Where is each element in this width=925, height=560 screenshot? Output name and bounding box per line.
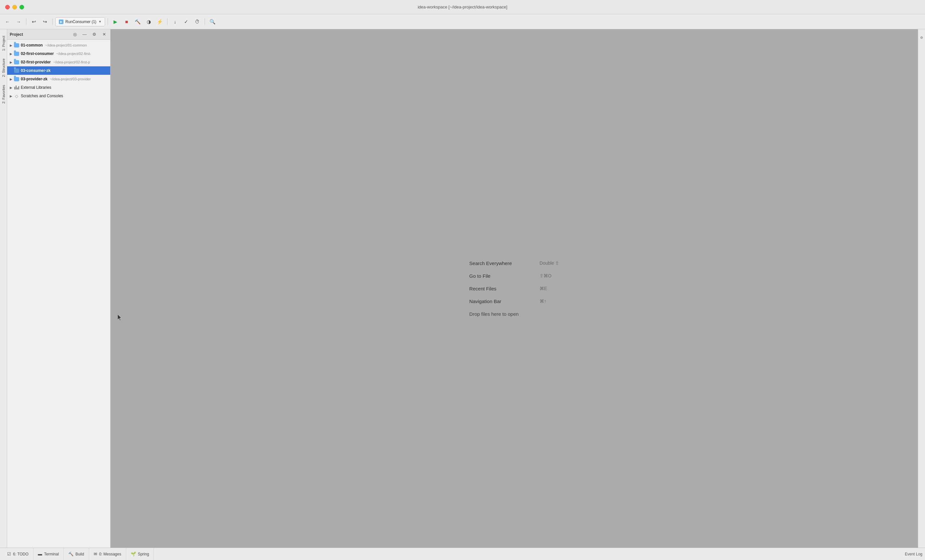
libraries-icon [14, 84, 20, 90]
hint-shortcut-nav-bar: ⌘↑ [539, 298, 547, 304]
tree-label-external-libraries: External Libraries [21, 85, 109, 90]
build-button[interactable]: 🔨 [133, 17, 142, 26]
left-sidebar: 1: Project 2: Structure 2: Favorites [0, 29, 7, 548]
hint-label-nav-bar: Navigation Bar [469, 298, 534, 304]
welcome-hints: Search Everywhere Double ⇧ Go to File ⇧⌘… [469, 260, 559, 317]
redo-button[interactable]: ↪ [40, 17, 50, 26]
hint-row-goto-file: Go to File ⇧⌘O [469, 273, 551, 279]
folder-icon-01-common [14, 42, 20, 48]
hint-label-recent-files: Recent Files [469, 286, 534, 291]
folder-icon-03-provider-zk [14, 76, 20, 82]
toolbar-separator-5 [205, 18, 205, 25]
traffic-lights [5, 5, 24, 9]
hide-panel-button[interactable]: ✕ [101, 31, 108, 38]
todo-label: 6: TODO [13, 552, 29, 556]
toolbar-separator-4 [167, 18, 167, 25]
sidebar-right-tab[interactable]: ⚙ [919, 32, 925, 43]
stop-button[interactable]: ■ [122, 17, 131, 26]
right-sidebar: ⚙ [918, 29, 925, 548]
hint-row-search: Search Everywhere Double ⇧ [469, 260, 559, 266]
folder-icon-03-consumer-zk [14, 68, 20, 74]
tree-label-03-provider-zk: 03-provider-zk ~/idea-project/03-provide… [21, 77, 109, 81]
hint-label-goto-file: Go to File [469, 273, 534, 279]
bottom-tab-build[interactable]: 🔨 Build [64, 548, 89, 560]
vcs-commit-button[interactable]: ✓ [181, 17, 191, 26]
project-panel-title: Project [10, 32, 69, 37]
tree-arrow-02-first-consumer: ▶ [9, 51, 14, 56]
tree-item-02-first-provider[interactable]: ▶ 02-first-provider ~/idea-project/02-fi… [7, 58, 110, 66]
build-label: Build [75, 552, 84, 556]
hint-shortcut-goto-file: ⇧⌘O [539, 273, 551, 278]
bottom-tab-messages[interactable]: ✉ 0: Messages [89, 548, 126, 560]
tree-arrow-03-consumer-zk [9, 68, 14, 73]
hint-shortcut-recent-files: ⌘E [539, 286, 547, 291]
toolbar-separator-1 [26, 18, 26, 25]
project-panel: Project ◎ — ⚙ ✕ ▶ 01-common ~/idea-proje… [7, 29, 111, 548]
hint-row-recent-files: Recent Files ⌘E [469, 286, 547, 291]
collapse-all-button[interactable]: — [81, 31, 88, 38]
bottom-right: Event Log [905, 552, 922, 556]
bottom-tab-terminal[interactable]: ▬ Terminal [33, 548, 64, 560]
tree-arrow-02-first-provider: ▶ [9, 60, 14, 65]
sidebar-item-structure[interactable]: 2: Structure [0, 55, 7, 81]
scratch-icon: ◇ [14, 93, 20, 99]
tree-item-external-libraries[interactable]: ▶ External Libraries [7, 83, 110, 92]
window-title: idea-workspace [~/idea-project/idea-work… [417, 5, 508, 9]
sidebar-item-favorites[interactable]: 2: Favorites [0, 81, 7, 107]
run-button[interactable]: ▶ [111, 17, 121, 26]
run-config-selector[interactable]: ▶ RunConsumer (1) ▼ [55, 17, 105, 26]
todo-icon: ☑ [7, 551, 11, 556]
bottom-tab-todo[interactable]: ☑ 6: TODO [3, 548, 33, 560]
tree-item-03-consumer-zk[interactable]: 03-consumer-zk [7, 66, 110, 75]
profile-button[interactable]: ⚡ [155, 17, 164, 26]
messages-icon: ✉ [94, 551, 97, 556]
coverage-button[interactable]: ◑ [144, 17, 154, 26]
tree-item-02-first-consumer[interactable]: ▶ 02-first-consumer ~/idea-project/02-fi… [7, 50, 110, 58]
tree-label-03-consumer-zk: 03-consumer-zk [21, 68, 109, 73]
minimize-button[interactable] [12, 5, 17, 9]
folder-icon-02-first-provider [14, 59, 20, 65]
tree-item-01-common[interactable]: ▶ 01-common ~/idea-project/01-common [7, 41, 110, 50]
tree-arrow-03-provider-zk: ▶ [9, 77, 14, 81]
close-button[interactable] [5, 5, 10, 9]
tree-item-scratches-and-consoles[interactable]: ▶ ◇ Scratches and Consoles [7, 92, 110, 100]
hint-label-search: Search Everywhere [469, 260, 534, 266]
hint-row-nav-bar: Navigation Bar ⌘↑ [469, 298, 547, 304]
terminal-icon: ▬ [38, 551, 42, 556]
folder-icon-02-first-consumer [14, 51, 20, 57]
bottom-bar: ☑ 6: TODO ▬ Terminal 🔨 Build ✉ 0: Messag… [0, 548, 925, 560]
settings-button[interactable]: ⚙ [91, 31, 98, 38]
toolbar-separator-3 [108, 18, 108, 25]
spring-label: Spring [138, 552, 149, 556]
hint-row-drop: Drop files here to open [469, 311, 519, 317]
back-button[interactable]: ← [3, 17, 12, 26]
main-content: Search Everywhere Double ⇧ Go to File ⇧⌘… [111, 29, 918, 548]
project-tree: ▶ 01-common ~/idea-project/01-common ▶ 0… [7, 40, 110, 548]
tree-label-scratches-and-consoles: Scratches and Consoles [21, 94, 109, 98]
run-config-dropdown-icon: ▼ [98, 20, 101, 23]
tree-arrow-external-libraries: ▶ [9, 85, 14, 90]
project-panel-header: Project ◎ — ⚙ ✕ [7, 29, 110, 40]
build-icon: 🔨 [68, 551, 74, 556]
terminal-label: Terminal [44, 552, 59, 556]
tree-arrow-scratches-and-consoles: ▶ [9, 93, 14, 99]
vcs-update-button[interactable]: ↓ [170, 17, 180, 26]
toolbar-separator-2 [52, 18, 53, 25]
tree-item-03-provider-zk[interactable]: ▶ 03-provider-zk ~/idea-project/03-provi… [7, 75, 110, 83]
event-log-button[interactable]: Event Log [905, 552, 922, 556]
main-layout: 1: Project 2: Structure 2: Favorites Pro… [0, 29, 925, 548]
bottom-tab-spring[interactable]: 🌱 Spring [126, 548, 154, 560]
maximize-button[interactable] [20, 5, 24, 9]
sidebar-item-project[interactable]: 1: Project [0, 32, 7, 55]
run-config-label: RunConsumer (1) [65, 20, 96, 24]
forward-button[interactable]: → [14, 17, 23, 26]
undo-button[interactable]: ↩ [29, 17, 39, 26]
vcs-history-button[interactable]: ⏱ [192, 17, 202, 26]
search-everywhere-button[interactable]: 🔍 [208, 17, 217, 26]
tree-label-02-first-consumer: 02-first-consumer ~/idea-project/02-firs… [21, 51, 109, 56]
hint-shortcut-search: Double ⇧ [539, 260, 559, 266]
toolbar: ← → ↩ ↪ ▶ RunConsumer (1) ▼ ▶ ■ 🔨 ◑ ⚡ ↓ … [0, 14, 925, 29]
tree-label-01-common: 01-common ~/idea-project/01-common [21, 43, 109, 47]
scroll-from-source-button[interactable]: ◎ [71, 31, 78, 38]
messages-label: 0: Messages [99, 552, 121, 556]
